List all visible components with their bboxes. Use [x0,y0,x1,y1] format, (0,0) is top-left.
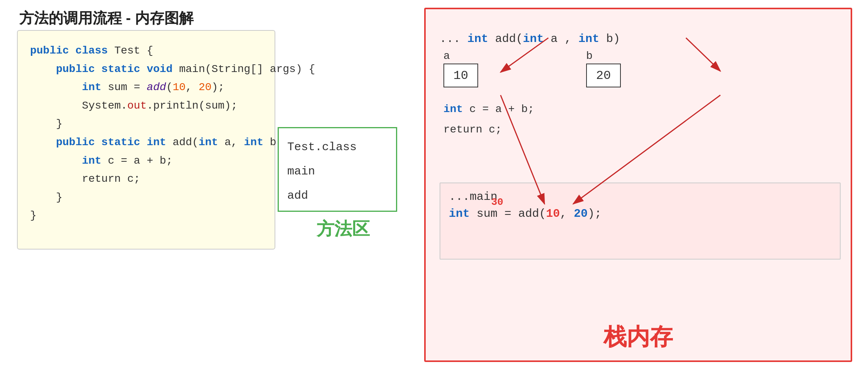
code-line-3: int sum = add(10, 20); [30,78,262,97]
main-frame-code: 30 int sum = add(10, 20); [449,207,831,220]
add-frame-header: ... int add(int a , int b) [440,32,841,45]
var-b-label: b [586,50,593,62]
add-frame: ... int add(int a , int b) a 10 b 20 int… [440,32,841,167]
code-line-8: return c; [30,170,262,188]
page-title: 方法的调用流程 - 内存图解 [19,8,194,28]
code-line-5: } [30,115,262,133]
method-area-item-1: main [287,159,388,184]
method-area-label: 方法区 [278,217,409,241]
method-area-item-0: Test.class [287,135,388,159]
var-a-box: 10 [443,64,478,87]
code-line-10: } [30,206,262,225]
main-frame: ...main 30 int sum = add(10, 20); [440,183,841,260]
method-area-item-2: add [287,184,388,208]
code-line-6: public static int add(int a, int b ){ [30,133,262,152]
stack-panel: ... int add(int a , int b) a 10 b 20 int… [424,8,852,362]
add-code-line-1: int c = a + b; [443,99,841,119]
code-line-1: public class Test { [30,42,262,60]
main-frame-header: ...main [449,190,831,203]
add-frame-vars: a 10 b 20 [443,50,841,87]
add-code-line-2: return c; [443,119,841,140]
method-area-box: Test.class main add [278,127,397,212]
code-line-9: } [30,188,262,207]
sum-value-overlay: 30 [491,196,503,208]
code-panel: public class Test { public static void m… [17,30,275,250]
code-line-2: public static void main(String[] args) { [30,60,262,79]
code-line-7: int c = a + b; [30,152,262,170]
var-a-group: a 10 [443,50,478,87]
stack-label: 栈内存 [426,322,851,353]
var-b-box: 20 [586,64,621,87]
var-a-label: a [443,50,450,62]
add-frame-code: int c = a + b; return c; [443,99,841,140]
var-b-group: b 20 [586,50,621,87]
method-area: Test.class main add 方法区 [278,127,409,266]
code-line-4: System.out.println(sum); [30,97,262,115]
